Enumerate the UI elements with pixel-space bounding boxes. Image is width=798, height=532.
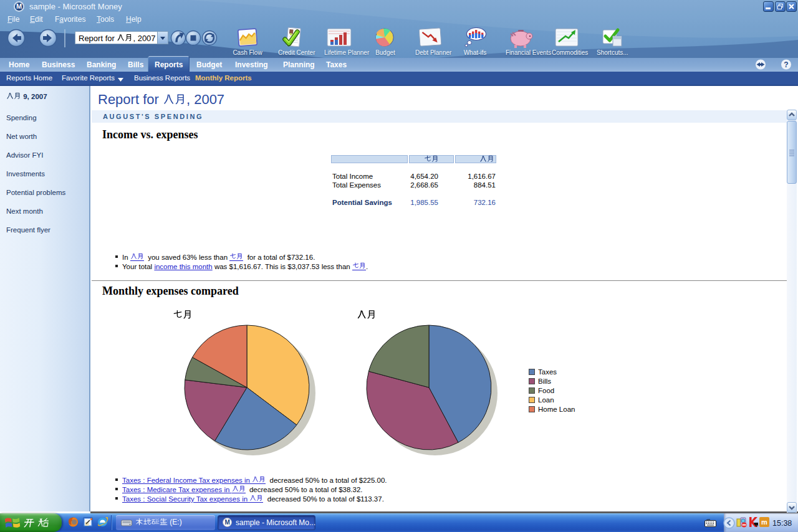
svg-text:?: ? <box>784 60 788 69</box>
